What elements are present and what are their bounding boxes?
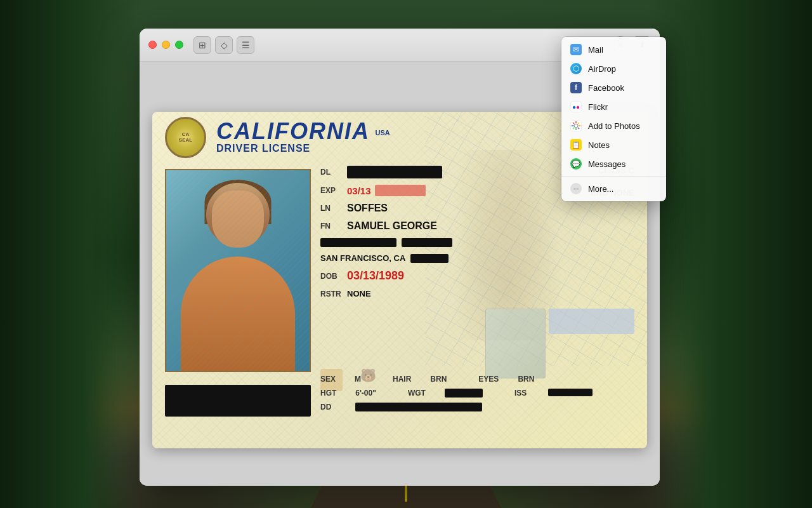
hair-label: HAIR (393, 375, 411, 384)
menu-item-mail[interactable]: ✉ Mail (561, 40, 666, 59)
ghost-photo (485, 309, 546, 378)
maximize-traffic-light[interactable] (175, 41, 183, 49)
exp-value: 03/13 (347, 185, 371, 196)
city-value: SAN FRANCISCO, CA (320, 253, 405, 263)
airdrop-label: AirDrop (588, 64, 616, 74)
menu-item-airdrop[interactable]: ⬡ AirDrop (561, 59, 666, 78)
svg-line-8 (573, 128, 574, 129)
bottom-row-2: HGT 6'-00" WGT ISS (320, 389, 634, 398)
fn-value: SAMUEL GEORGE (347, 220, 437, 232)
menu-item-flickr[interactable]: ●● Flickr (561, 97, 666, 116)
dd-label: DD (320, 403, 331, 411)
iss-label: ISS (514, 389, 527, 398)
fn-row: FN SAMUEL GEORGE (320, 220, 634, 232)
more-label: More... (588, 184, 613, 194)
license-title-block: CALIFORNIA USA DRIVER LICENSE (216, 120, 390, 154)
license-photo (165, 169, 311, 372)
list-tool-button[interactable]: ☰ (237, 36, 254, 54)
flickr-label: Flickr (588, 102, 608, 112)
minimize-traffic-light[interactable] (162, 41, 170, 49)
sex-label: SEX (320, 375, 336, 384)
close-traffic-light[interactable] (148, 41, 157, 49)
diamond-tool-button[interactable]: ◇ (215, 36, 233, 54)
ln-value: SOFFES (347, 203, 388, 214)
more-icon: ··· (570, 183, 582, 194)
ln-row: LN SOFFES (320, 203, 634, 214)
mail-label: Mail (588, 45, 603, 55)
rstr-label: RSTR (320, 290, 347, 298)
ln-label: LN (320, 204, 347, 213)
facebook-icon: f (570, 82, 582, 93)
messages-label: Messages (588, 159, 625, 169)
state-title: CALIFORNIA USA (216, 120, 390, 143)
california-seal: CASEAL (165, 117, 206, 158)
wgt-label: WGT (408, 389, 426, 398)
address-line2-redacted (402, 238, 452, 247)
dd-redacted (355, 403, 482, 411)
menu-item-messages[interactable]: 💬 Messages (561, 154, 666, 173)
hgt-label: HGT (320, 389, 336, 398)
dl-label: DL (320, 168, 347, 177)
svg-line-7 (578, 123, 579, 124)
bottom-row-3: DD (320, 403, 634, 411)
add-to-photos-label: Add to Photos (588, 121, 640, 131)
rstr-row: RSTR NONE (320, 289, 634, 298)
messages-icon: 💬 (570, 158, 582, 170)
facebook-label: Facebook (588, 83, 624, 93)
photos-icon (570, 120, 582, 131)
sex-value: M (355, 375, 361, 384)
hgt-value: 6'-00" (355, 389, 376, 398)
svg-line-6 (578, 128, 579, 129)
share-dropdown: ✉ Mail ⬡ AirDrop f Facebook ●● Flickr (561, 37, 666, 201)
bottom-row-1: SEX M HAIR BRN EYES BRN (320, 375, 634, 384)
bottom-section: SEX M HAIR BRN EYES BRN HGT 6'-00" WGT I… (320, 375, 634, 417)
hair-value: BRN (430, 375, 447, 384)
notes-label: Notes (588, 140, 610, 150)
zip-redacted (410, 254, 449, 263)
exp-redacted (375, 185, 426, 196)
usa-text: USA (375, 129, 390, 137)
flickr-icon: ●● (570, 101, 582, 112)
photo-bottom-redacted (165, 385, 311, 417)
svg-line-5 (573, 123, 574, 124)
license-type: DRIVER LICENSE (216, 143, 390, 154)
toolbar-tools: ⊞ ◇ ☰ (193, 36, 254, 54)
tree-left (0, 0, 140, 508)
menu-item-notes[interactable]: 📋 Notes (561, 135, 666, 154)
eyes-label: EYES (478, 375, 499, 384)
iss-redacted (548, 389, 593, 396)
address-line1-redacted (320, 238, 396, 247)
menu-item-facebook[interactable]: f Facebook (561, 78, 666, 97)
airdrop-icon: ⬡ (570, 63, 582, 74)
dropdown-divider (561, 176, 666, 177)
exp-label: EXP (320, 186, 347, 195)
dob-label: DOB (320, 272, 347, 281)
signature-area (549, 309, 634, 334)
fn-label: FN (320, 222, 347, 231)
menu-item-more[interactable]: ··· More... (561, 179, 666, 198)
tree-right (647, 0, 812, 508)
wgt-redacted (445, 389, 483, 398)
california-text: CALIFORNIA (216, 118, 370, 144)
address-row (320, 238, 634, 247)
dl-number-redacted (347, 166, 442, 178)
notes-icon: 📋 (570, 139, 582, 150)
photo-redacted-bar (165, 385, 311, 417)
mail-icon: ✉ (570, 44, 582, 55)
svg-point-0 (574, 124, 578, 128)
eyes-value: BRN (518, 375, 534, 384)
dob-value: 03/13/1989 (347, 269, 404, 283)
rstr-value: NONE (347, 289, 371, 298)
dob-row: DOB 03/13/1989 (320, 269, 634, 283)
photo-overlay (166, 170, 310, 371)
grid-tool-button[interactable]: ⊞ (193, 36, 211, 54)
menu-item-add-to-photos[interactable]: Add to Photos (561, 116, 666, 135)
city-row: SAN FRANCISCO, CA (320, 253, 634, 263)
